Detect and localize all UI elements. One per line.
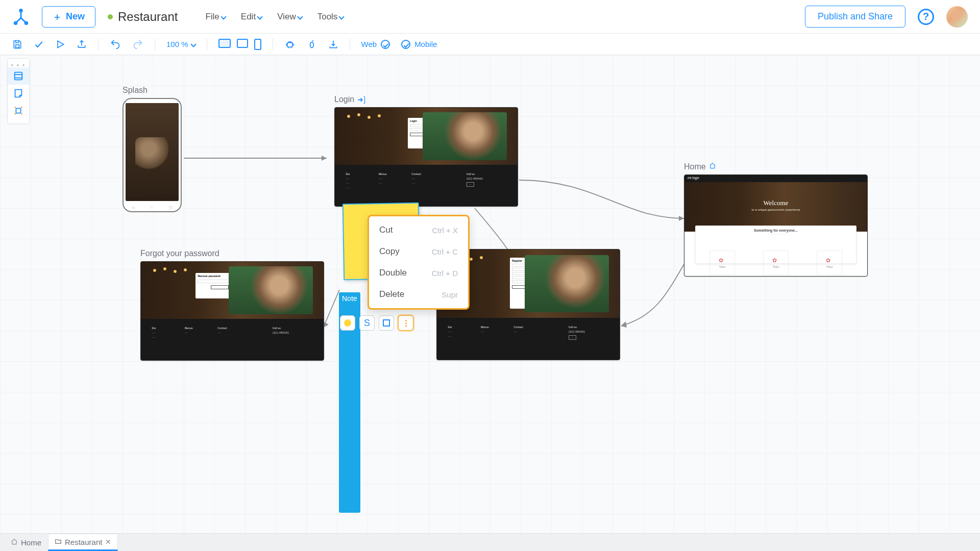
node-forgot[interactable]: Forgot your password mi logo Recover pas… xyxy=(140,249,324,361)
canvas[interactable]: ● ● ● Splash ◁○▢ Login ➜] xyxy=(0,55,980,533)
tool-note-icon[interactable] xyxy=(8,85,29,102)
publish-button[interactable]: Publish and Share xyxy=(805,6,905,28)
svg-point-14 xyxy=(14,107,16,108)
help-icon[interactable]: ? xyxy=(918,9,934,25)
svg-point-2 xyxy=(25,21,28,24)
thumb-forgot[interactable]: mi logo Recover password Eat·········· M… xyxy=(140,261,324,361)
side-toolbox: ● ● ● xyxy=(7,58,30,124)
check-circle-icon xyxy=(401,40,410,49)
ctx-cut[interactable]: CutCtrl + X xyxy=(369,219,468,241)
node-label: Home xyxy=(684,162,868,171)
note-toolbar: S xyxy=(340,315,413,331)
svg-marker-22 xyxy=(621,321,627,328)
chevron-down-icon xyxy=(297,14,303,19)
node-label: Login ➜] xyxy=(334,95,518,104)
plus-icon: ＋ xyxy=(53,11,62,23)
svg-point-1 xyxy=(14,21,17,24)
svg-rect-10 xyxy=(15,72,22,80)
home-icon xyxy=(11,538,18,547)
ctx-delete[interactable]: DeleteSupr xyxy=(369,284,468,305)
chevron-down-icon xyxy=(339,14,345,19)
play-icon[interactable] xyxy=(55,39,65,49)
new-button[interactable]: ＋ New xyxy=(42,6,95,28)
node-label: Splash xyxy=(122,86,182,95)
svg-rect-3 xyxy=(16,44,19,47)
viewport-phone-icon[interactable] xyxy=(254,39,261,50)
android-icon[interactable] xyxy=(284,39,296,49)
project-title: Restaurant xyxy=(118,10,178,24)
svg-point-17 xyxy=(21,113,22,115)
node-home[interactable]: Home mi logo Welcome to a unique gastron… xyxy=(684,162,868,277)
svg-rect-5 xyxy=(287,42,292,46)
zoom-select[interactable]: 100 % xyxy=(166,40,195,48)
svg-point-0 xyxy=(20,9,22,12)
viewport-desktop-icon[interactable] xyxy=(218,39,231,48)
chevron-down-icon xyxy=(257,14,262,19)
status-dot-icon xyxy=(108,14,113,19)
tool-screen-icon[interactable] xyxy=(8,67,29,85)
thumb-splash[interactable]: ◁○▢ xyxy=(122,98,182,212)
project-title-wrap: Restaurant xyxy=(108,10,178,24)
svg-rect-13 xyxy=(16,108,20,113)
platform-mobile-toggle[interactable]: Mobile xyxy=(401,40,437,49)
note-color-button[interactable] xyxy=(340,315,355,331)
thumb-home[interactable]: mi logo Welcome to a unique gastronomic … xyxy=(684,174,868,277)
share-icon[interactable] xyxy=(77,39,87,49)
user-avatar[interactable] xyxy=(946,6,968,28)
app-logo-icon[interactable] xyxy=(12,8,30,26)
node-label: Forgot your password xyxy=(140,249,324,258)
top-bar: ＋ New Restaurant File Edit View Tools Pu… xyxy=(0,0,980,34)
tab-home[interactable]: Home xyxy=(4,534,48,551)
main-menu: File Edit View Tools xyxy=(205,12,344,22)
menu-file[interactable]: File xyxy=(205,12,225,22)
svg-marker-19 xyxy=(679,216,684,221)
chevron-down-icon xyxy=(220,14,226,19)
redo-icon[interactable] xyxy=(132,39,143,49)
menu-tools[interactable]: Tools xyxy=(317,12,344,22)
svg-point-15 xyxy=(21,107,22,108)
new-label: New xyxy=(66,11,85,22)
note-shape-button[interactable] xyxy=(379,315,394,331)
node-login[interactable]: Login ➜] mi logo Login Eat··············… xyxy=(334,95,518,207)
note-more-button[interactable] xyxy=(398,315,413,331)
node-splash[interactable]: Splash ◁○▢ xyxy=(122,86,182,212)
check-circle-icon xyxy=(381,40,390,49)
tab-strip: Home Restaurant ✕ xyxy=(0,533,980,551)
ctx-double[interactable]: DoubleCtrl + D xyxy=(369,262,468,284)
tool-frame-icon[interactable] xyxy=(8,102,29,119)
close-icon[interactable]: ✕ xyxy=(105,538,111,546)
home-icon xyxy=(709,162,716,171)
download-icon[interactable] xyxy=(328,39,338,49)
undo-icon[interactable] xyxy=(110,39,121,49)
menu-edit[interactable]: Edit xyxy=(241,12,262,22)
thumb-login[interactable]: mi logo Login Eat··············· Menus··… xyxy=(334,107,518,207)
tab-project[interactable]: Restaurant ✕ xyxy=(48,534,118,551)
platform-web-toggle[interactable]: Web xyxy=(361,40,390,49)
menu-view[interactable]: View xyxy=(277,12,302,22)
secondary-toolbar: 100 % Web Mobile xyxy=(0,34,980,55)
login-indicator-icon: ➜] xyxy=(357,95,365,104)
chevron-down-icon xyxy=(190,41,196,47)
ctx-copy[interactable]: CopyCtrl + C xyxy=(369,241,468,262)
svg-point-16 xyxy=(14,113,16,115)
apple-icon[interactable] xyxy=(307,39,317,49)
svg-marker-18 xyxy=(322,156,327,161)
svg-marker-4 xyxy=(58,41,64,47)
folder-icon xyxy=(55,538,62,546)
check-icon[interactable] xyxy=(34,39,44,49)
viewport-tablet-icon[interactable] xyxy=(237,39,248,48)
context-menu: CutCtrl + X CopyCtrl + C DoubleCtrl + D … xyxy=(368,215,470,310)
save-icon[interactable] xyxy=(12,39,22,49)
note-size-button[interactable]: S xyxy=(359,315,375,331)
